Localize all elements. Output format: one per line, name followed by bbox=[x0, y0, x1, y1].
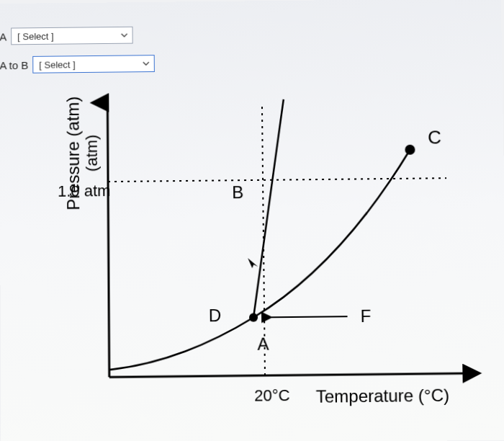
triple-point bbox=[249, 313, 258, 321]
row-ab-select[interactable]: [ Select ] bbox=[32, 55, 155, 74]
x-axis bbox=[109, 373, 464, 377]
label-f: F bbox=[360, 306, 371, 326]
fusion-curve bbox=[251, 99, 286, 318]
row-ab-placeholder: [ Select ] bbox=[39, 59, 75, 70]
x-axis-label: Temperature (°C) bbox=[316, 385, 450, 406]
label-b: B bbox=[232, 182, 243, 202]
label-d: D bbox=[209, 306, 222, 325]
y-axis bbox=[107, 102, 109, 377]
ref-line-pressure bbox=[108, 178, 446, 182]
critical-point bbox=[405, 145, 415, 155]
cursor-icon bbox=[248, 258, 258, 268]
chevron-down-icon bbox=[121, 32, 128, 39]
x-tick-20c: 20°C bbox=[254, 386, 290, 405]
row-a-placeholder: [ Select ] bbox=[17, 30, 53, 41]
y-tick-1atm: 1.0 atm bbox=[58, 182, 110, 200]
sublimation-curve bbox=[109, 318, 254, 370]
label-a: A bbox=[257, 334, 269, 353]
row-a-label: A bbox=[0, 30, 6, 43]
vaporization-curve bbox=[252, 150, 413, 318]
phase-diagram-chart: Pressure (atm) (atm) 1.0 atm 20°C Temper… bbox=[35, 84, 486, 429]
chevron-down-icon bbox=[143, 60, 150, 67]
label-c: C bbox=[428, 127, 441, 147]
row-a-select[interactable]: [ Select ] bbox=[11, 27, 132, 45]
arrow-f-to-a bbox=[262, 316, 347, 317]
y-axis-unit: (atm) bbox=[83, 135, 101, 172]
row-ab-label: A to B bbox=[0, 58, 28, 71]
